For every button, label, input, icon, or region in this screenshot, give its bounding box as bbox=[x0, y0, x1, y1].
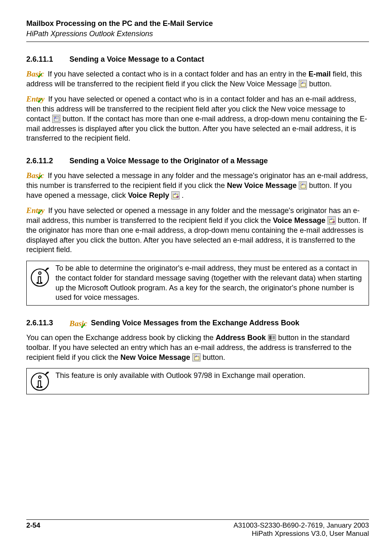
section-heading-2: 2.6.11.2 Sending a Voice Message to the … bbox=[26, 157, 369, 165]
note-text-1: To be able to determine the originator's… bbox=[55, 264, 365, 303]
footer-doc-id: A31003-S2330-B690-2-7619, January 2003 bbox=[233, 521, 369, 530]
s1-entry-para: Entry✓ If you have selected or opened a … bbox=[26, 94, 369, 144]
section-title-3: Sending Voice Messages from the Exchange… bbox=[89, 319, 299, 327]
info-icon bbox=[30, 268, 50, 287]
voice-reply-icon bbox=[327, 216, 336, 225]
page-subtitle: HiPath Xpressions Outlook Extensions bbox=[26, 29, 369, 39]
section-heading-1: 2.6.11.1 Sending a Voice Message to a Co… bbox=[26, 55, 369, 64]
voice-reply-icon bbox=[171, 191, 180, 199]
address-book-icon bbox=[268, 334, 276, 341]
header-rule bbox=[26, 42, 369, 42]
note-box-1: To be able to determine the originator's… bbox=[26, 261, 369, 306]
info-icon bbox=[30, 372, 50, 392]
new-voice-message-icon bbox=[299, 80, 307, 88]
voice-message-to-contact-icon bbox=[52, 115, 60, 123]
s3-para: You can open the Exchange address book b… bbox=[26, 333, 369, 362]
note-text-2: This feature is only available with Outl… bbox=[55, 371, 305, 381]
basic-label: Basic✓ bbox=[26, 170, 44, 181]
footer-product: HiPath Xpressions V3.0, User Manual bbox=[233, 530, 369, 538]
section-title-2: Sending a Voice Message to the Originato… bbox=[69, 157, 268, 165]
footer-rule bbox=[26, 519, 369, 520]
new-voice-message-icon bbox=[192, 353, 201, 361]
section-num-1: 2.6.11.1 bbox=[26, 55, 67, 64]
note-box-2: This feature is only available with Outl… bbox=[26, 368, 369, 394]
basic-label: Basic✓ bbox=[69, 319, 87, 328]
entry-label: Entry✓ bbox=[26, 205, 44, 215]
s2-entry-para: Entry✓ If you have selected or opened a … bbox=[26, 205, 369, 255]
footer-page-number: 2-54 bbox=[26, 521, 40, 538]
basic-label: Basic✓ bbox=[26, 69, 44, 79]
section-num-3: 2.6.11.3 bbox=[26, 319, 67, 327]
new-voice-message-icon bbox=[299, 181, 307, 190]
s1-basic-para: Basic✓ If you have selected a contact wh… bbox=[26, 69, 369, 89]
entry-label: Entry✓ bbox=[26, 94, 44, 104]
s2-basic-para: Basic✓ If you have selected a message in… bbox=[26, 170, 369, 200]
page-footer: 2-54 A31003-S2330-B690-2-7619, January 2… bbox=[26, 517, 369, 538]
section-title-1: Sending a Voice Message to a Contact bbox=[69, 55, 204, 63]
section-heading-3: 2.6.11.3 Basic✓ Sending Voice Messages f… bbox=[26, 319, 369, 328]
section-num-2: 2.6.11.2 bbox=[26, 157, 67, 165]
page-title: Mailbox Processing on the PC and the E-M… bbox=[26, 19, 369, 28]
